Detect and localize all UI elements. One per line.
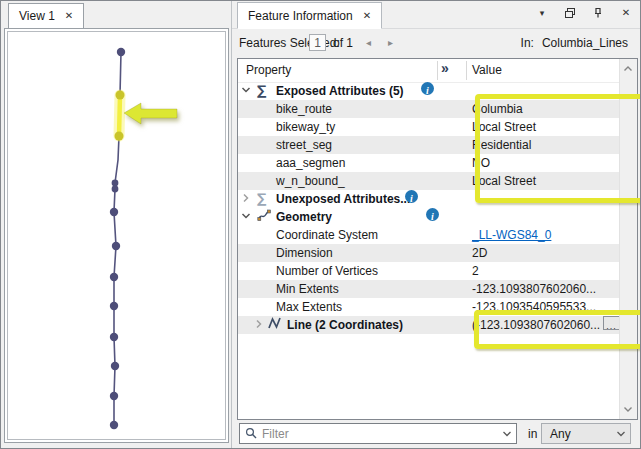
chevron-down-icon[interactable] <box>241 208 251 218</box>
line-icon <box>267 316 281 330</box>
property-value: Local Street <box>472 172 536 190</box>
value-column-header[interactable]: Value <box>472 63 502 77</box>
filter-scope-value: Any <box>550 427 571 441</box>
property-row[interactable]: Dimension2D <box>238 244 620 262</box>
panel-titlebar: Feature Information ✕ ▾ ✕ <box>232 0 641 29</box>
scroll-up-icon[interactable] <box>622 63 634 75</box>
property-value: Residential <box>472 136 531 154</box>
view-tab-close-icon[interactable]: ✕ <box>65 11 73 21</box>
filter-scope-dropdown[interactable]: Any <box>541 423 631 444</box>
property-name: Coordinate System <box>276 226 378 244</box>
feature-information-tab-label: Feature Information <box>248 9 353 23</box>
selected-vertex-dot <box>115 132 124 141</box>
filter-in-label: in <box>528 427 537 441</box>
chevron-right-icon[interactable] <box>241 190 251 200</box>
property-name: Min Extents <box>276 280 339 298</box>
scroll-down-icon[interactable] <box>622 403 634 415</box>
feature-information-panel: Feature Information ✕ ▾ ✕ Features Selec… <box>231 0 641 449</box>
property-row[interactable]: ∑Unexposed Attributes...i <box>238 190 620 208</box>
property-name: Line (2 Coordinates) <box>287 316 403 334</box>
property-value: -123.1093540595533... <box>472 298 596 316</box>
vertex-dot <box>110 333 118 341</box>
vertex-dot <box>112 180 119 187</box>
property-row[interactable]: bike_routeColumbia <box>238 100 620 118</box>
view-tab[interactable]: View 1 ✕ <box>8 3 84 28</box>
property-column-header[interactable]: Property <box>246 63 291 77</box>
property-value: NO <box>472 154 490 172</box>
property-name: bikeway_ty <box>276 118 335 136</box>
filter-input[interactable] <box>262 427 498 441</box>
property-row[interactable]: Line (2 Coordinates)(-123.1093807602060.… <box>238 316 620 334</box>
property-row[interactable]: street_segResidential <box>238 136 620 154</box>
info-icon[interactable]: i <box>426 208 439 221</box>
next-feature-icon[interactable]: ▸ <box>388 37 393 48</box>
map-pane <box>4 28 229 443</box>
property-row[interactable]: Coordinate System_LL-WGS84_0 <box>238 226 620 244</box>
annotation-arrow-icon <box>124 103 177 124</box>
property-row[interactable]: bikeway_tyLocal Street <box>238 118 620 136</box>
float-window-icon[interactable] <box>563 6 577 20</box>
selection-toolbar: Features Selected: 1 of 1 ◂ ▸ In: Columb… <box>232 29 641 58</box>
coordinates-ellipsis-button[interactable]: ... <box>603 316 620 330</box>
property-name: Number of Vertices <box>276 262 378 280</box>
property-name: Exposed Attributes (5) <box>276 82 404 100</box>
sigma-outline-icon: ∑ <box>257 190 271 204</box>
property-row[interactable]: Max Extents-123.1093540595533... <box>238 298 620 316</box>
vertex-dot <box>112 186 119 193</box>
vertex-dot <box>111 362 119 370</box>
previous-feature-icon[interactable]: ◂ <box>366 37 371 48</box>
vertex-dot <box>110 302 118 310</box>
vertex-dot <box>110 421 118 429</box>
property-name: w_n_bound_ <box>276 172 345 190</box>
map-feature-drawing <box>8 32 226 440</box>
property-value: (-123.1093807602060... <box>472 316 600 334</box>
property-name: street_seg <box>276 136 332 154</box>
sigma-filled-icon: ∑ <box>257 82 271 96</box>
property-value: 2D <box>472 244 487 262</box>
selected-segment-highlight <box>119 95 120 136</box>
pin-icon[interactable] <box>591 6 605 20</box>
property-row[interactable]: Number of Vertices2 <box>238 262 620 280</box>
table-scrollbar[interactable] <box>619 59 637 419</box>
property-name: aaa_segmen <box>276 154 345 172</box>
property-table-header: Property » Value <box>238 59 620 83</box>
vertex-dot <box>112 242 120 250</box>
info-icon[interactable]: i <box>421 82 434 95</box>
chevron-down-icon[interactable] <box>241 82 251 92</box>
selected-vertex-dot <box>116 91 125 100</box>
feature-information-tab[interactable]: Feature Information ✕ <box>237 2 382 29</box>
property-row[interactable]: aaa_segmenNO <box>238 154 620 172</box>
feature-information-tab-close-icon[interactable]: ✕ <box>363 11 371 21</box>
property-name: Dimension <box>276 244 333 262</box>
map-canvas[interactable] <box>7 31 226 440</box>
property-value: Columbia <box>472 100 523 118</box>
vertex-dot <box>117 48 125 56</box>
property-value: -123.1093807602060... <box>472 280 596 298</box>
dataset-name: Columbia_Lines <box>542 36 628 50</box>
info-icon[interactable]: i <box>405 190 418 203</box>
feature-index-box[interactable]: 1 <box>309 34 326 51</box>
filter-dropdown-caret-icon[interactable] <box>498 424 516 443</box>
property-row[interactable]: Geometryi <box>238 208 620 226</box>
view-tab-label: View 1 <box>19 9 55 23</box>
property-name: Max Extents <box>276 298 342 316</box>
property-name: Geometry <box>276 208 332 226</box>
search-icon <box>240 427 262 440</box>
property-table: Property » Value ∑Exposed Attributes (5)… <box>237 58 638 420</box>
coordinate-system-link[interactable]: _LL-WGS84_0 <box>472 226 551 244</box>
property-row[interactable]: Min Extents-123.1093807602060... <box>238 280 620 298</box>
filter-combobox[interactable] <box>239 423 517 444</box>
property-name: bike_route <box>276 100 332 118</box>
property-row[interactable]: w_n_bound_Local Street <box>238 172 620 190</box>
geometry-icon <box>257 208 271 222</box>
vertex-dot <box>110 273 118 281</box>
panel-menu-caret-icon[interactable]: ▾ <box>535 6 549 20</box>
vertex-dot <box>110 208 118 216</box>
property-value: Local Street <box>472 118 536 136</box>
property-row[interactable]: ∑Exposed Attributes (5)i <box>238 82 620 100</box>
expand-columns-icon[interactable]: » <box>441 60 448 76</box>
chevron-right-icon[interactable] <box>254 316 264 326</box>
property-rows: ∑Exposed Attributes (5)ibike_routeColumb… <box>238 82 620 419</box>
feature-count-label: of 1 <box>333 36 353 50</box>
panel-close-icon[interactable]: ✕ <box>619 6 633 20</box>
